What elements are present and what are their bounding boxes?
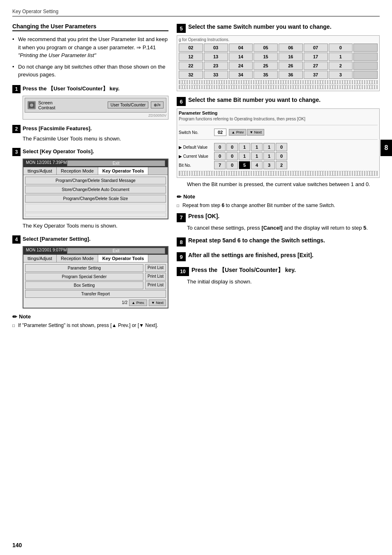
bit-num-7[interactable]: 7 bbox=[214, 161, 226, 169]
step-10-text: Press the 【User Tools/Counter】 key. bbox=[191, 266, 296, 274]
switch-empty-2 bbox=[353, 53, 378, 61]
switch-empty-3 bbox=[353, 62, 378, 70]
chapter-num: 8 bbox=[385, 144, 388, 152]
switch-37[interactable]: 37 bbox=[304, 71, 328, 79]
step-9-block: 9 After all the settings are finished, p… bbox=[177, 251, 380, 261]
param-bitnum-label: Bit No. bbox=[179, 163, 212, 168]
switch-17[interactable]: 17 bbox=[304, 53, 328, 61]
note-1: ✏ Note If "Parameter Setting" is not sho… bbox=[12, 313, 168, 329]
bit-num-4[interactable]: 4 bbox=[251, 161, 263, 169]
next-btn-4[interactable]: ▼ Next bbox=[149, 299, 166, 306]
prev-btn-4[interactable]: ▲ Prev. bbox=[129, 299, 147, 306]
exit-btn-4[interactable]: Exit bbox=[67, 248, 166, 254]
bullet-list: We recommend that you print the User Par… bbox=[12, 35, 168, 79]
default-bit-5: 1 bbox=[239, 143, 250, 151]
switch-15[interactable]: 15 bbox=[254, 53, 278, 61]
left-column: Changing the User Parameters We recommen… bbox=[12, 23, 168, 332]
param-nav: ▲ Prev ▼ Next bbox=[229, 129, 264, 136]
step-4-menu: MON 12/2001 9:07PM Exit ttings/Adjust Re… bbox=[23, 246, 168, 309]
switch-36[interactable]: 36 bbox=[279, 71, 303, 79]
param-current-row: ▶ Current Value 0 0 1 1 1 0 bbox=[179, 152, 378, 160]
switch-25[interactable]: 25 bbox=[254, 62, 278, 70]
tab-settings-3[interactable]: ttings/Adjust bbox=[23, 167, 57, 175]
btn-special-sender[interactable]: Program Special Sender bbox=[25, 273, 143, 281]
switch-27[interactable]: 27 bbox=[304, 62, 328, 70]
current-bit-0: 0 bbox=[226, 152, 238, 160]
pencil-icon-1: ✏ bbox=[12, 313, 17, 320]
pencil-icon-2: ✏ bbox=[177, 193, 182, 200]
tab-reception-3[interactable]: Reception Mode bbox=[57, 167, 98, 175]
param-switch-value[interactable]: 02 bbox=[214, 129, 226, 136]
switch-32[interactable]: 32 bbox=[179, 71, 203, 79]
switch-grid-footer-2 bbox=[179, 85, 378, 89]
step-2-num: 2 bbox=[12, 125, 21, 133]
param-prev-btn[interactable]: ▲ Prev bbox=[229, 129, 246, 136]
switch-26[interactable]: 26 bbox=[279, 62, 303, 70]
step-5-block: 5 Select the same Switch number you want… bbox=[177, 23, 380, 91]
switch-2x-1[interactable]: 2 bbox=[329, 62, 353, 70]
menu-item-scale[interactable]: Program/Change/Delete Scale Size bbox=[25, 195, 166, 203]
switch-1x-1[interactable]: 1 bbox=[329, 53, 353, 61]
switch-3x-1[interactable]: 3 bbox=[329, 71, 353, 79]
step-10-num: 10 bbox=[177, 267, 189, 276]
switch-04[interactable]: 04 bbox=[229, 44, 253, 52]
print-box[interactable]: Print List bbox=[145, 281, 166, 289]
default-bit-0: 0 bbox=[226, 143, 238, 151]
switch-13[interactable]: 13 bbox=[204, 53, 228, 61]
chapter-badge: 8 bbox=[380, 140, 392, 156]
switch-16[interactable]: 16 bbox=[279, 53, 303, 61]
switch-empty-4 bbox=[353, 71, 378, 79]
switch-12[interactable]: 12 bbox=[179, 53, 203, 61]
step-7-text: Press [OK]. bbox=[188, 212, 219, 221]
screen-contrast-label: ScreenContrast bbox=[38, 100, 55, 110]
switch-22[interactable]: 22 bbox=[179, 62, 203, 70]
btn-transfer-report[interactable]: Transfer Report bbox=[25, 290, 166, 298]
step-4-text: Select [Parameter Setting]. bbox=[23, 235, 90, 243]
print-param[interactable]: Print List bbox=[145, 264, 166, 272]
switch-23[interactable]: 23 bbox=[204, 62, 228, 70]
switch-06[interactable]: 06 bbox=[279, 44, 303, 52]
switch-33[interactable]: 33 bbox=[204, 71, 228, 79]
menu-item-standard-msg[interactable]: Program/Change/Delete Standard Message bbox=[25, 177, 166, 184]
switch-05[interactable]: 05 bbox=[254, 44, 278, 52]
print-sender[interactable]: Print List bbox=[145, 273, 166, 281]
step-2-text: Press [Facsimile Features]. bbox=[23, 124, 92, 133]
user-tools-btn[interactable]: User Tools/Counter bbox=[108, 101, 148, 108]
step-10-body: The initial display is shown. bbox=[187, 278, 380, 286]
bit-num-3[interactable]: 3 bbox=[263, 161, 275, 169]
switch-14[interactable]: 14 bbox=[229, 53, 253, 61]
step-2-block: 2 Press [Facsimile Features]. The Facsim… bbox=[12, 124, 168, 143]
step-9-num: 9 bbox=[177, 252, 186, 261]
tab-reception-4[interactable]: Reception Mode bbox=[57, 255, 98, 262]
param-title: Parameter Setting bbox=[179, 111, 378, 115]
switch-07[interactable]: 07 bbox=[304, 44, 328, 52]
section-title: Changing the User Parameters bbox=[12, 23, 168, 31]
switch-02[interactable]: 02 bbox=[179, 44, 203, 52]
switch-03[interactable]: 03 bbox=[204, 44, 228, 52]
right-column: 5 Select the same Switch number you want… bbox=[177, 23, 380, 332]
tab-key-operator-3[interactable]: Key Operator Tools bbox=[98, 167, 148, 175]
tab-key-operator-4[interactable]: Key Operator Tools bbox=[98, 255, 148, 262]
bit-num-2[interactable]: 2 bbox=[276, 161, 287, 169]
screen-code: ZDS0050V bbox=[25, 113, 166, 117]
menu-item-auto-doc[interactable]: Store/Change/Delete Auto Document bbox=[25, 186, 166, 193]
switch-35[interactable]: 35 bbox=[254, 71, 278, 79]
param-switch-row: Switch No. 02 ▲ Prev ▼ Next bbox=[179, 129, 378, 136]
bit-num-0[interactable]: 0 bbox=[226, 161, 238, 169]
switch-24[interactable]: 24 bbox=[229, 62, 253, 70]
note-2-item-1: Repeat from step 6 to change another Bit… bbox=[177, 202, 380, 209]
step-8-text: Repeat step 5and 6 to change the Switch … bbox=[188, 237, 325, 245]
counter-icon-btn[interactable]: ⊕/≡ bbox=[151, 101, 164, 108]
current-bit-5: 1 bbox=[239, 152, 250, 160]
step-1-text: Press the 【User Tools/Counter】 key. bbox=[23, 85, 120, 93]
param-next-btn[interactable]: ▼ Next bbox=[247, 129, 264, 136]
btn-param-setting[interactable]: Parameter Setting bbox=[25, 264, 143, 272]
btn-box-setting[interactable]: Box Setting bbox=[25, 281, 143, 289]
bit-num-5[interactable]: 5 bbox=[239, 161, 250, 169]
bullet-item-1: We recommend that you print the User Par… bbox=[12, 35, 168, 60]
menu-items-3: Program/Change/Delete Standard Message S… bbox=[23, 175, 168, 219]
switch-0x-1[interactable]: 0 bbox=[329, 44, 353, 52]
tab-settings-4[interactable]: ttings/Adjust bbox=[23, 255, 57, 262]
exit-btn-3[interactable]: Exit bbox=[67, 160, 166, 166]
switch-34[interactable]: 34 bbox=[229, 71, 253, 79]
